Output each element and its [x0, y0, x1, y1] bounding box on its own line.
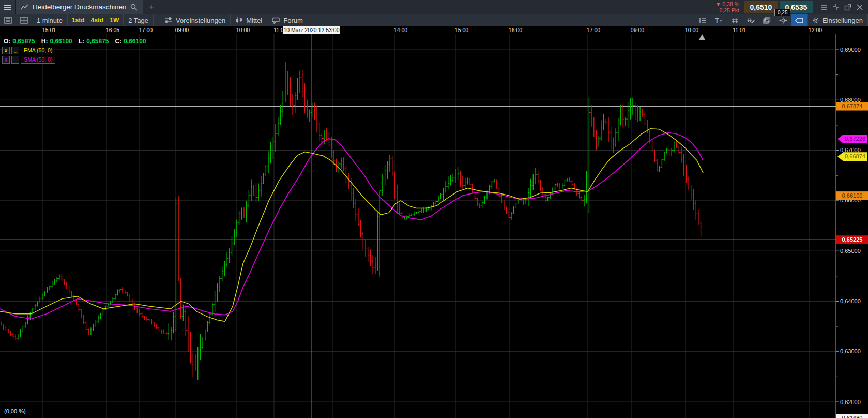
title-bar: Heidelberger Druckmaschinen + ▼ 0,38 % 0… [0, 0, 868, 14]
sliders-icon [164, 17, 173, 24]
price-marker-label: 0,67874 [842, 103, 863, 109]
price-axis-label: 0,69000 [840, 47, 861, 53]
grid-pencil-icon [747, 17, 755, 24]
new-tab-button[interactable]: + [143, 0, 160, 14]
windows-stack-button[interactable] [759, 14, 775, 26]
price-axis-label: 0,65000 [840, 248, 861, 254]
text-tool-icon: TT [714, 17, 723, 24]
time-axis-label: 17:00 [587, 27, 600, 33]
ema-label[interactable]: EMA (50, 0) [21, 47, 55, 54]
interval-label: 1 minute [37, 17, 63, 24]
collapse-icon [832, 4, 840, 11]
crosshair-tool-button[interactable] [775, 14, 791, 26]
plus-icon: + [149, 3, 154, 12]
price-marker-label: 0,61680 [842, 415, 863, 418]
chart-toolbar: 1 minute 1std 4std 1W 2 Tage Voreinstell… [0, 14, 868, 26]
price-axis-label: 0,63000 [840, 348, 861, 354]
time-axis-label: 09:00 [175, 27, 189, 33]
indicators-button[interactable]: Mittel [231, 14, 267, 26]
indicator-row-sma: X _ SMA (50, 0) [2, 56, 55, 64]
time-axis-label: 16:05 [106, 27, 119, 33]
quote-change: ▼ 0,38 % 0,25 Pkt [715, 0, 743, 14]
sma-style-button[interactable]: _ [11, 56, 19, 64]
price-axis-label: 0,68000 [840, 97, 861, 103]
scroll-position-marker [699, 34, 705, 40]
main-menu-button[interactable] [0, 0, 16, 14]
sma-remove-button[interactable]: X [2, 56, 10, 64]
ema-line [0, 129, 703, 322]
price-marker-label: 0,67226 [845, 136, 865, 142]
price-marker-tool-button[interactable] [791, 14, 808, 26]
edit-drawing-button[interactable] [743, 14, 759, 26]
chart-line-icon [21, 4, 29, 10]
time-axis-label: 10:00 [685, 27, 698, 33]
high-label: H: [41, 38, 48, 45]
layers-icon [763, 17, 771, 24]
details-panel-button[interactable] [0, 14, 16, 26]
drawing-tools-button[interactable] [727, 14, 743, 26]
presets-button[interactable]: Voreinstellungen [160, 14, 231, 26]
time-axis-label: 16:00 [509, 27, 522, 33]
toolbar-spacer [308, 14, 695, 26]
instrument-tab[interactable]: Heidelberger Druckmaschinen [16, 0, 143, 14]
forum-label: Forum [283, 17, 303, 24]
time-axis-label: 17:00 [139, 27, 153, 33]
low-label: L: [79, 38, 84, 45]
crosshair-time-tooltip: 10 März 2020 12:53:00 [283, 26, 340, 34]
panel-lines-icon [699, 17, 707, 24]
layout-button[interactable] [16, 14, 32, 26]
candles-icon [235, 17, 243, 24]
forum-button[interactable]: Forum [267, 14, 308, 26]
text-tool-button[interactable]: TT [711, 14, 727, 26]
sma-label[interactable]: SMA (50, 0) [21, 56, 55, 64]
open-label: O: [4, 38, 10, 45]
change-percent: ▼ 0,38 % [715, 1, 739, 7]
close-label: C: [115, 38, 122, 45]
search-icon[interactable] [130, 4, 138, 11]
popout-icon [844, 4, 851, 11]
interval-button[interactable]: 1 minute [32, 14, 68, 26]
time-axis-label: 09:00 [631, 27, 644, 33]
time-axis-label: 14:00 [394, 27, 407, 33]
gear-icon [812, 17, 819, 24]
presets-label: Voreinstellungen [176, 17, 225, 24]
low-value: 0,65875 [86, 38, 109, 45]
crosshair-dot-icon [779, 17, 787, 24]
time-axis-label: 10:00 [236, 27, 250, 33]
ema-style-button[interactable]: _ [11, 47, 19, 54]
close-window-button[interactable] [856, 3, 864, 11]
price-axis-label: 0,64000 [840, 298, 861, 304]
svg-text:T: T [715, 17, 719, 24]
sma-line [0, 133, 703, 319]
quote-menu-icon [820, 4, 828, 10]
bid-price[interactable]: 0,6510 [744, 1, 778, 13]
range-button[interactable]: 2 Tage [124, 14, 154, 26]
quote-menu-button[interactable] [820, 3, 828, 11]
ema-remove-button[interactable]: X [2, 47, 10, 54]
ohlc-legend: O:0,65875 H:0,66100 L:0,65875 C:0,66100 [4, 38, 146, 45]
price-tag-icon [795, 17, 803, 24]
collapse-window-button[interactable] [832, 3, 840, 11]
list-icon [4, 17, 12, 24]
speech-bubble-icon [272, 17, 280, 24]
timeframe-1w-button[interactable]: 1W [106, 17, 122, 24]
layout-grid-icon [20, 17, 28, 24]
range-label: 2 Tage [128, 17, 148, 24]
timeframe-group: 1std 4std 1W [68, 14, 124, 26]
price-marker-label: 0,66874 [845, 153, 865, 159]
chart-canvas[interactable]: 15:0116:0517:0009:0010:0011:0114:0015:00… [0, 0, 868, 418]
svg-text:T: T [720, 19, 722, 24]
price-axis-label: 0,67000 [840, 147, 861, 153]
settings-button[interactable]: Einstellungen [808, 14, 868, 26]
spread-badge: 0,25 [774, 9, 790, 16]
timeframe-1h-button[interactable]: 1std [69, 17, 88, 24]
open-value: 0,65875 [12, 38, 35, 45]
grid-hash-icon [732, 17, 739, 24]
instrument-title: Heidelberger Druckmaschinen [33, 3, 127, 11]
timeframe-4h-button[interactable]: 4std [88, 17, 107, 24]
price-marker-label: 0,66100 [842, 192, 863, 199]
change-points: 0,25 Pkt [719, 7, 739, 13]
time-axis-label: 15:01 [42, 27, 56, 33]
object-list-button[interactable] [695, 14, 711, 26]
popout-window-button[interactable] [844, 3, 852, 11]
